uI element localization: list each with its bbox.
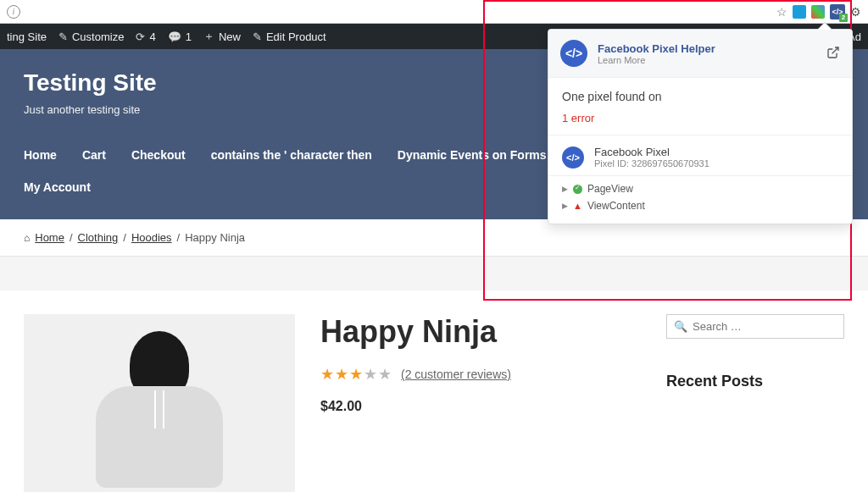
admin-comments[interactable]: 💬1 [168, 30, 192, 43]
facebook-pixel-extension-icon[interactable]: </>2 [830, 4, 845, 19]
nav-checkout[interactable]: Checkout [131, 148, 186, 162]
admin-new[interactable]: ＋New [203, 29, 241, 44]
comment-icon: 💬 [168, 30, 181, 43]
extension-icon[interactable] [811, 5, 825, 19]
search-box[interactable]: 🔍 [666, 314, 844, 339]
event-row[interactable]: ▶ ▲ ViewContent [562, 200, 838, 212]
refresh-icon: ⟳ [136, 30, 145, 43]
nav-dynamic-events[interactable]: Dynamic Events on Forms [398, 148, 547, 162]
admin-edit-product[interactable]: ✎Edit Product [253, 30, 326, 43]
expand-triangle-icon[interactable]: ▶ [562, 202, 568, 210]
breadcrumb: ⌂ Home / Clothing / Hoodies / Happy Ninj… [0, 219, 868, 257]
pixel-id: Pixel ID: 328697650670931 [594, 158, 709, 169]
plus-icon: ＋ [203, 29, 214, 44]
nav-my-account[interactable]: My Account [24, 180, 91, 194]
product-title: Happy Ninja [320, 314, 641, 350]
event-name: PageView [587, 183, 633, 195]
admin-site-link[interactable]: ting Site [7, 30, 47, 43]
admin-updates[interactable]: ⟳4 [136, 30, 155, 43]
nav-cart[interactable]: Cart [82, 148, 106, 162]
extension-icon[interactable] [793, 5, 806, 19]
popup-title: Facebook Pixel Helper [598, 42, 715, 55]
admin-edit-label: Edit Product [266, 30, 326, 43]
home-icon: ⌂ [24, 232, 30, 244]
search-input[interactable] [693, 320, 837, 333]
popup-summary: One pixel found on 1 error [548, 78, 852, 135]
pixel-events-list: ▶ PageView ▶ ▲ ViewContent [548, 176, 852, 224]
product-page: Happy Ninja ★★★★★ (2 customer reviews) $… [0, 290, 868, 492]
browser-extensions: ☆ </>2 ⚙ [776, 4, 861, 19]
admin-customize[interactable]: ✎Customize [58, 30, 124, 43]
pixel-label: Facebook Pixel [594, 146, 709, 158]
pixel-helper-popup: </> Facebook Pixel Helper Learn More One… [548, 29, 853, 224]
browser-menu-icon[interactable]: ⚙ [850, 5, 861, 19]
hoodie-illustration [92, 331, 227, 492]
sidebar: 🔍 Recent Posts [666, 314, 844, 492]
recent-posts-heading: Recent Posts [666, 373, 844, 390]
expand-triangle-icon[interactable]: ▶ [562, 185, 568, 193]
admin-updates-count: 4 [149, 30, 155, 43]
breadcrumb-sep: / [123, 231, 126, 244]
pencil-icon: ✎ [253, 30, 262, 43]
site-info-icon[interactable]: i [7, 5, 20, 19]
pixel-badge-count: 2 [839, 14, 848, 22]
nav-contains[interactable]: contains the ' character then [211, 148, 372, 162]
breadcrumb-hoodies[interactable]: Hoodies [131, 231, 172, 244]
learn-more-link[interactable]: Learn More [598, 55, 715, 65]
open-external-icon[interactable] [826, 46, 840, 62]
search-icon: 🔍 [674, 320, 687, 333]
reviews-link[interactable]: (2 customer reviews) [401, 368, 511, 381]
facebook-pixel-logo-icon: </> [562, 146, 584, 169]
breadcrumb-home[interactable]: Home [35, 231, 64, 244]
bookmark-star-icon[interactable]: ☆ [776, 5, 787, 19]
admin-comments-count: 1 [186, 30, 192, 43]
brush-icon: ✎ [58, 30, 68, 43]
pixel-entry[interactable]: </> Facebook Pixel Pixel ID: 32869765067… [548, 135, 852, 176]
admin-customize-label: Customize [72, 30, 124, 43]
product-info: Happy Ninja ★★★★★ (2 customer reviews) $… [320, 314, 641, 492]
event-name: ViewContent [587, 200, 645, 212]
event-row[interactable]: ▶ PageView [562, 183, 838, 195]
admin-new-label: New [219, 30, 241, 43]
popup-header: </> Facebook Pixel Helper Learn More [548, 30, 852, 78]
error-count: 1 error [562, 112, 838, 124]
product-image[interactable] [24, 314, 295, 492]
product-rating: ★★★★★ (2 customer reviews) [320, 365, 641, 384]
product-price: $42.00 [320, 399, 641, 414]
facebook-pixel-logo-icon: </> [560, 40, 587, 67]
browser-address-bar: i ☆ </>2 ⚙ [0, 0, 868, 24]
breadcrumb-sep: / [177, 231, 181, 244]
svg-line-0 [832, 47, 838, 53]
status-warn-icon: ▲ [573, 201, 582, 211]
breadcrumb-sep: / [70, 231, 73, 244]
breadcrumb-clothing[interactable]: Clothing [78, 231, 119, 244]
pixels-found-text: One pixel found on [562, 90, 838, 103]
nav-home[interactable]: Home [24, 148, 57, 162]
star-icons: ★★★★★ [320, 365, 392, 384]
admin-site-label: ting Site [7, 30, 47, 43]
popup-caret-icon [818, 23, 832, 30]
breadcrumb-current: Happy Ninja [185, 231, 245, 244]
status-ok-icon [573, 185, 582, 194]
